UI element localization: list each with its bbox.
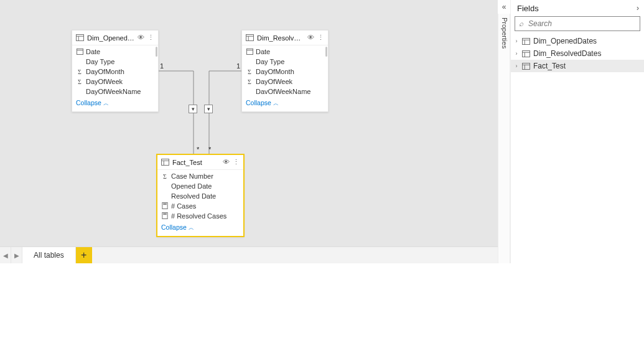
- properties-pane-collapsed[interactable]: Properties: [498, 14, 510, 263]
- field-row[interactable]: ΣDayOfMonth: [72, 67, 158, 77]
- search-input[interactable]: [527, 19, 636, 29]
- visibility-icon[interactable]: 👁: [223, 159, 230, 166]
- fields-search[interactable]: ⌕: [515, 16, 640, 31]
- field-name: DayOfMonth: [256, 68, 294, 75]
- field-name: DayOfWeek: [86, 78, 123, 85]
- field-name: # Cases: [171, 202, 196, 210]
- model-canvas[interactable]: ▾ ▾ 1 1 * * Dim_OpenedDates 👁 ⋮ DateDay …: [0, 0, 498, 246]
- field-name: DayOfWeek: [256, 78, 292, 85]
- field-row[interactable]: # Cases: [157, 201, 243, 211]
- visibility-icon[interactable]: 👁: [138, 34, 144, 41]
- field-type-icon: Σ: [246, 78, 253, 85]
- cardinality-one: 1: [236, 62, 240, 70]
- scrollbar-thumb[interactable]: [325, 47, 327, 57]
- table-icon: [76, 34, 84, 41]
- add-tab-button[interactable]: +: [76, 247, 92, 263]
- table-card-fact-test[interactable]: Fact_Test 👁 ⋮ ΣCase NumberOpened DateRes…: [157, 154, 244, 237]
- collapse-button[interactable]: Collapse ︿: [72, 96, 158, 111]
- fields-pane-title: Fields: [517, 4, 539, 13]
- chevron-up-icon: ︿: [273, 100, 279, 106]
- cardinality-many: *: [197, 146, 199, 153]
- chevron-right-icon: ›: [513, 50, 520, 57]
- field-name: Day Type: [86, 58, 114, 65]
- cardinality-many: *: [208, 146, 211, 153]
- field-row[interactable]: ΣDayOfMonth: [242, 67, 328, 77]
- more-options-icon[interactable]: ⋮: [233, 159, 240, 166]
- field-type-icon: Σ: [161, 173, 169, 180]
- fields-table-name: Fact_Test: [533, 62, 566, 70]
- svg-rect-3: [77, 49, 83, 54]
- field-row[interactable]: ΣDayOfWeek: [72, 77, 158, 87]
- field-name: Resolved Date: [171, 192, 216, 200]
- field-name: Opened Date: [171, 182, 212, 190]
- field-type-icon: [161, 212, 169, 220]
- field-name: Case Number: [171, 172, 213, 180]
- chevron-right-icon: ›: [513, 63, 520, 69]
- field-type-icon: Σ: [246, 68, 253, 75]
- fields-list-item[interactable]: ›Fact_Test: [511, 60, 644, 72]
- field-row[interactable]: Date: [242, 47, 328, 57]
- field-type-icon: Σ: [76, 78, 83, 85]
- field-name: Date: [256, 48, 270, 55]
- field-name: # Resolved Cases: [171, 212, 226, 220]
- table-icon: [246, 34, 254, 41]
- field-row[interactable]: Day Type: [242, 57, 328, 67]
- table-icon: [522, 38, 531, 45]
- table-fields: DateDay TypeΣDayOfMonthΣDayOfWeekDayOfWe…: [72, 45, 158, 96]
- visibility-icon[interactable]: 👁: [307, 34, 314, 41]
- field-type-icon: [246, 48, 253, 56]
- tab-all-tables[interactable]: All tables: [22, 247, 76, 263]
- chevron-right-icon: ›: [513, 38, 520, 44]
- svg-rect-16: [163, 213, 167, 214]
- field-row[interactable]: Date: [72, 47, 158, 57]
- svg-rect-20: [523, 50, 530, 57]
- more-options-icon[interactable]: ⋮: [147, 34, 154, 41]
- field-type-icon: [161, 202, 169, 210]
- field-row[interactable]: # Resolved Cases: [157, 211, 243, 221]
- field-type-icon: Σ: [76, 68, 83, 75]
- fields-table-list: ›Dim_OpenedDates›Dim_ResolvedDates›Fact_…: [511, 35, 644, 72]
- field-row[interactable]: DayOfWeekName: [72, 87, 158, 96]
- chevron-up-icon: ︿: [103, 100, 109, 106]
- fields-pane: Fields › ⌕ ›Dim_OpenedDates›Dim_Resolved…: [510, 0, 644, 263]
- fields-table-name: Dim_OpenedDates: [533, 37, 597, 45]
- svg-rect-17: [523, 38, 530, 44]
- collapse-panes-button[interactable]: «: [498, 1, 510, 12]
- tab-nav-next[interactable]: ▶: [11, 247, 22, 263]
- table-icon: [522, 63, 531, 70]
- field-row[interactable]: ΣCase Number: [157, 171, 243, 181]
- field-row[interactable]: Opened Date: [157, 181, 243, 191]
- fields-list-item[interactable]: ›Dim_OpenedDates: [511, 35, 644, 47]
- properties-label: Properties: [501, 17, 508, 49]
- field-row[interactable]: DavOfWeekName: [242, 87, 328, 96]
- field-type-icon: [76, 48, 83, 56]
- svg-rect-14: [163, 203, 167, 204]
- relationship-direction-icon: ▾: [189, 105, 197, 113]
- collapse-button[interactable]: Collapse ︿: [242, 96, 328, 111]
- collapse-button[interactable]: Collapse ︿: [157, 221, 243, 236]
- expand-pane-icon[interactable]: ›: [637, 4, 639, 12]
- svg-rect-23: [523, 63, 530, 69]
- table-card-dim-openeddates[interactable]: Dim_OpenedDates 👁 ⋮ DateDay TypeΣDayOfMo…: [72, 30, 159, 112]
- table-icon: [161, 159, 169, 166]
- search-icon: ⌕: [519, 19, 523, 28]
- field-row[interactable]: ΣDayOfWeek: [242, 77, 328, 87]
- table-fields: ΣCase NumberOpened DateResolved Date# Ca…: [157, 170, 243, 221]
- table-title: Fact_Test: [172, 159, 220, 166]
- svg-rect-5: [246, 34, 254, 40]
- scrollbar-thumb[interactable]: [156, 47, 157, 57]
- table-icon: [522, 50, 531, 57]
- field-row[interactable]: Resolved Date: [157, 191, 243, 201]
- more-options-icon[interactable]: ⋮: [317, 34, 324, 41]
- field-row[interactable]: Day Type: [72, 57, 158, 67]
- field-name: Day Type: [256, 58, 284, 65]
- table-card-dim-resolveddates[interactable]: Dim_ResolvedDates 👁 ⋮ DateDay TypeΣDayOf…: [241, 30, 329, 112]
- tab-nav-prev[interactable]: ◀: [0, 247, 11, 263]
- svg-rect-8: [246, 49, 253, 54]
- svg-rect-0: [77, 34, 84, 40]
- table-title: Dim_ResolvedDates: [257, 34, 304, 42]
- svg-rect-10: [162, 159, 169, 165]
- fields-list-item[interactable]: ›Dim_ResolvedDates: [511, 47, 644, 60]
- table-fields: DateDay TypeΣDayOfMonthΣDayOfWeekDavOfWe…: [242, 45, 328, 96]
- table-title: Dim_OpenedDates: [87, 34, 134, 42]
